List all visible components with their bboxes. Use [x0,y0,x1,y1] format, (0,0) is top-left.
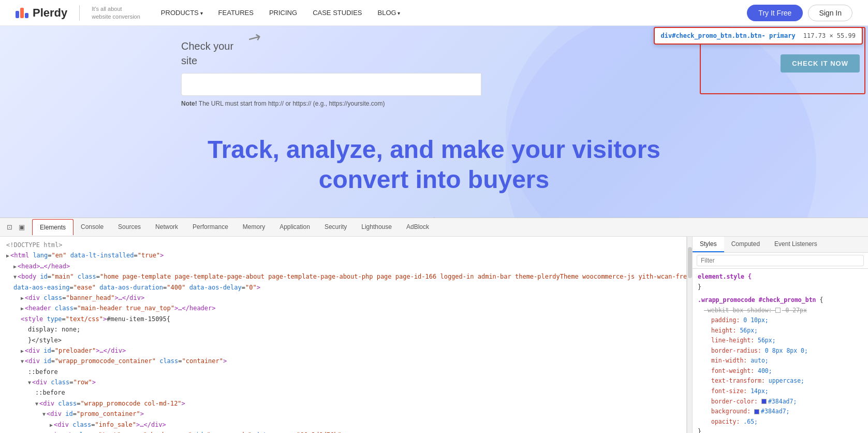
dom-line: <!DOCTYPE html> [5,240,681,250]
scrollbar-thumb [688,247,692,278]
dom-line: ::before [27,367,681,377]
tab-security[interactable]: Security [317,219,354,236]
nav-products[interactable]: PRODUCTS [161,9,203,17]
device-toggle-icon[interactable]: ▣ [18,223,26,232]
tab-adblock[interactable]: AdBlock [399,219,436,236]
style-rule-element: element.style { } [698,272,863,292]
tab-memory[interactable]: Memory [236,219,272,236]
styles-content: element.style { } .wrapp_promocode #chec… [693,269,868,433]
styles-tab-computed[interactable]: Computed [724,237,767,252]
logo-text: Plerdy [33,6,67,20]
color-swatch-bg [754,409,759,414]
dom-line: ::before [34,387,681,398]
logo[interactable]: Plerdy It's all aboutwebsite conversion [16,5,140,21]
styles-tab-styles[interactable]: Styles [693,237,724,252]
tab-network[interactable]: Network [148,219,185,236]
hero-section: Track, analyze, and make your visitors c… [0,135,868,194]
bar3 [25,13,28,18]
logo-tagline: It's all aboutwebsite conversion [92,5,140,20]
dom-panel[interactable]: <!DOCTYPE html> ▶<html lang="en" data-lt… [0,237,687,433]
nav-actions: Try It Free Sign In [747,5,852,21]
try-free-button[interactable]: Try It Free [747,5,803,21]
dom-line[interactable]: ▼<div class="row"> [27,377,681,387]
dom-line[interactable]: ▼<div id="promo_container"> [41,409,681,419]
dom-line[interactable]: ▶<header class="main-header true_nav_top… [20,303,681,313]
bar1 [16,11,19,18]
dom-line: <style type="text/css">#menu-item-15095{ [20,314,681,324]
check-input-row [181,73,481,96]
style-rule-1: .wrapp_promocode #check_promo_btn { -web… [698,295,863,433]
logo-icon [16,8,28,18]
navbar: Plerdy It's all aboutwebsite conversion … [0,0,868,26]
dom-line[interactable]: ▶<div id="preloader">…</div> [20,345,681,356]
tab-sources[interactable]: Sources [111,219,148,236]
logo-divider [79,5,80,21]
styles-filter [693,253,868,269]
dom-line[interactable]: ▶<div class="info_sale">…</div> [49,420,681,430]
tab-elements[interactable]: Elements [32,219,73,235]
devtools-tabs: ⊡ ▣ Elements Console Sources Network Per… [0,218,868,237]
check-site-input[interactable] [181,73,481,96]
check-label: Check your site [181,39,481,68]
bar2 [20,8,24,18]
nav-links: PRODUCTS FEATURES PRICING CASE STUDIES B… [161,9,747,17]
hero-headline: Track, analyze, and make your visitors c… [0,135,868,194]
check-note: Note! The URL must start from http:// or… [181,100,481,107]
sign-in-button[interactable]: Sign In [808,5,852,21]
styles-tabs: Styles Computed Event Listeners [693,237,868,253]
nav-features[interactable]: FEATURES [218,9,254,17]
devtools-icons: ⊡ ▣ [5,223,32,232]
devtools-panel: ⊡ ▣ Elements Console Sources Network Per… [0,218,868,433]
inspect-tooltip: div#check_promo_btn.btn.btn- primary 117… [654,27,863,45]
tooltip-element-name: div#check_promo_btn.btn.btn- primary 117… [661,32,856,39]
nav-pricing[interactable]: PRICING [269,9,297,17]
dom-line: display: none; [27,324,681,335]
dom-scrollbar[interactable] [687,237,692,433]
check-it-now-overlay-button[interactable]: CHECK IT NOW [781,54,860,73]
dom-line[interactable]: <input class="text" name="check_promo" i… [49,430,681,433]
styles-panel: Styles Computed Event Listeners element.… [692,237,868,433]
tab-console[interactable]: Console [73,219,111,236]
dom-line[interactable]: ▼<div id="wrapp_promocode_container" cla… [20,356,681,366]
tab-performance[interactable]: Performance [185,219,236,236]
check-site-section: ↗ Check your site Note! The URL must sta… [181,39,481,107]
tab-lighthouse[interactable]: Lighthouse [354,219,399,236]
dom-line[interactable]: ▶<div class="banner_head">…</div> [20,293,681,303]
nav-blog[interactable]: BLOG [377,9,400,17]
nav-case-studies[interactable]: CASE STUDIES [313,9,362,17]
dom-line: data-aos-easing="ease" data-aos-duration… [12,282,681,293]
color-swatch-border [761,399,767,404]
dom-line[interactable]: ▶<head>…</head> [12,261,681,271]
styles-filter-input[interactable] [697,255,864,266]
devtools-body: <!DOCTYPE html> ▶<html lang="en" data-lt… [0,237,868,433]
styles-tab-event-listeners[interactable]: Event Listeners [767,237,825,252]
inspect-cursor-icon[interactable]: ⊡ [5,223,13,232]
tab-application[interactable]: Application [272,219,317,236]
dom-line[interactable]: ▼<body id="main" class="home page-templa… [12,271,681,282]
dom-line[interactable]: ▼<div class="wrapp_promocode col-md-12"> [34,398,681,409]
dom-line: }</style> [27,335,681,345]
dom-line[interactable]: ▶<html lang="en" data-lt-installed="true… [5,250,681,261]
